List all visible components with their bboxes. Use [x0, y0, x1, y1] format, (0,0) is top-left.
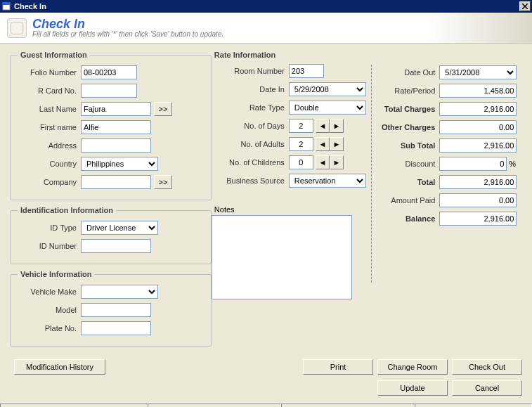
notes-textarea[interactable] [212, 215, 352, 299]
room-label: Room Number [212, 67, 289, 75]
idnumber-input[interactable] [81, 239, 151, 253]
ident-info-legend: Identification Information [18, 206, 116, 214]
header-banner: Check In Fill all fields or fields with … [0, 13, 532, 44]
model-input[interactable] [81, 303, 151, 317]
ratetype-select[interactable]: Double [289, 101, 366, 115]
balance-input[interactable] [439, 212, 517, 226]
days-inc-button[interactable]: ► [330, 119, 344, 133]
close-icon [522, 4, 528, 9]
balance-label: Balance [376, 214, 439, 223]
rcard-label: R Card No. [18, 86, 81, 95]
modification-history-button[interactable]: Modification History [14, 359, 105, 375]
firstname-label: First name [18, 123, 81, 131]
cancel-button[interactable]: Cancel [452, 380, 522, 396]
adults-input[interactable] [289, 137, 313, 151]
vmake-select[interactable] [81, 285, 158, 299]
percent-symbol: % [509, 160, 516, 168]
discount-input[interactable] [439, 157, 507, 171]
vmake-label: Vehicle Make [18, 288, 81, 296]
dateout-select[interactable]: 5/31/2008 [439, 65, 517, 79]
subtotal-label: Sub Total [376, 141, 439, 150]
window-titlebar: Check In [0, 0, 532, 13]
subtotal-input[interactable] [439, 138, 517, 153]
othercharges-input[interactable] [439, 120, 517, 134]
status-checkout-by: Check Out By: [281, 403, 415, 407]
rate-info-legend: Rate Information [214, 51, 371, 59]
bottom-bar-2: Update Cancel [0, 380, 532, 403]
lastname-input[interactable] [81, 102, 151, 116]
children-label: No. of Childrens [212, 158, 289, 167]
notes-label: Notes [214, 205, 371, 214]
check-out-button[interactable]: Check Out [452, 359, 522, 375]
idtype-label: ID Type [18, 224, 81, 232]
othercharges-link[interactable]: Other Charges [376, 123, 439, 131]
country-label: Country [18, 160, 81, 168]
lastname-label: Last Name [18, 105, 81, 113]
folio-label: Folio Number [18, 68, 81, 77]
header-logo-icon [7, 18, 27, 38]
discount-label: Discount [376, 160, 439, 168]
datein-select[interactable]: 5/29/2008 [289, 82, 366, 96]
plate-input[interactable] [81, 321, 151, 335]
bsource-label: Business Source [212, 176, 289, 185]
address-input[interactable] [81, 138, 151, 153]
country-select[interactable]: Philippines [81, 157, 158, 171]
adults-label: No. of Adults [212, 140, 289, 148]
address-label: Address [18, 141, 81, 150]
children-dec-button[interactable]: ◄ [316, 155, 330, 169]
status-checkin-by: Check In By: [148, 403, 281, 407]
guest-info-legend: Guest Information [18, 51, 90, 59]
lastname-lookup-button[interactable]: >> [154, 102, 172, 116]
print-button[interactable]: Print [303, 359, 373, 375]
room-input[interactable] [289, 64, 324, 78]
ratetype-label: Rate Type [212, 103, 289, 112]
company-label: Company [18, 178, 81, 186]
window-close-button[interactable] [519, 1, 531, 11]
status-reserved-by: Reserved By: [0, 403, 148, 407]
bsource-select[interactable]: Reservation [289, 174, 366, 188]
rateperiod-link[interactable]: Rate/Period [376, 86, 439, 95]
rcard-input[interactable] [81, 84, 137, 98]
page-title: Check In [32, 18, 223, 30]
window-title: Check In [14, 2, 46, 11]
plate-label: Plate No. [18, 324, 81, 332]
idnumber-label: ID Number [18, 242, 81, 250]
folio-input[interactable] [81, 65, 137, 79]
vertical-separator [371, 65, 372, 283]
dateout-label: Date Out [376, 68, 439, 77]
bottom-bar-1: Modification History Print Change Room C… [0, 355, 532, 380]
svg-rect-1 [3, 3, 10, 5]
days-input[interactable] [289, 119, 313, 133]
totalcharges-input[interactable] [439, 102, 517, 116]
totalcharges-label: Total Charges [376, 105, 439, 113]
main-content: Guest Information Folio Number R Card No… [0, 44, 532, 355]
app-icon [1, 1, 11, 11]
children-inc-button[interactable]: ► [330, 155, 344, 169]
amountpaid-link[interactable]: Amount Paid [376, 196, 439, 205]
ident-info-group: Identification Information ID Type Drive… [10, 206, 212, 264]
page-subtitle: Fill all fields or fields with '*' then … [32, 30, 223, 38]
guest-info-group: Guest Information Folio Number R Card No… [10, 51, 212, 200]
total-label: Total [376, 178, 439, 186]
amountpaid-input[interactable] [439, 193, 517, 207]
company-input[interactable] [81, 175, 151, 189]
total-input[interactable] [439, 175, 517, 189]
adults-inc-button[interactable]: ► [330, 137, 344, 151]
adults-dec-button[interactable]: ◄ [316, 137, 330, 151]
rateperiod-input[interactable] [439, 84, 517, 98]
status-bar: Reserved By: Check In By: Check Out By: … [0, 403, 532, 407]
firstname-input[interactable] [81, 120, 151, 134]
days-dec-button[interactable]: ◄ [316, 119, 330, 133]
update-button[interactable]: Update [377, 380, 448, 396]
status-business-source: Business Source: Reservation [415, 403, 532, 407]
vehicle-info-group: Vehicle Information Vehicle Make Model P… [10, 270, 212, 347]
model-label: Model [18, 306, 81, 314]
idtype-select[interactable]: Driver License [81, 221, 158, 235]
datein-label: Date In [212, 85, 289, 93]
change-room-button[interactable]: Change Room [377, 359, 448, 375]
vehicle-info-legend: Vehicle Information [18, 270, 94, 278]
days-label: No. of Days [212, 122, 289, 130]
children-input[interactable] [289, 155, 313, 169]
company-lookup-button[interactable]: >> [154, 175, 172, 189]
